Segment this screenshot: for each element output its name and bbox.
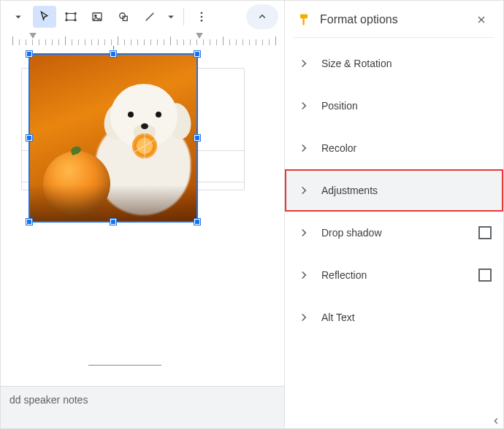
line-tool-dropdown[interactable] xyxy=(164,6,177,28)
resize-handle-sw[interactable] xyxy=(26,219,32,225)
option-label: Drop shadow xyxy=(321,227,468,239)
option-label: Recolor xyxy=(321,142,492,154)
ruler-indent-left[interactable] xyxy=(28,33,37,39)
resize-handle-n[interactable] xyxy=(110,51,116,57)
toolbar-more-dropdown[interactable] xyxy=(7,6,30,28)
selection-frame xyxy=(28,53,198,223)
option-checkbox[interactable] xyxy=(478,226,492,239)
option-label: Adjustments xyxy=(321,185,492,196)
svg-point-2 xyxy=(75,12,76,14)
selected-image[interactable] xyxy=(28,53,198,223)
option-reflection[interactable]: Reflection xyxy=(285,254,503,296)
chevron-right-icon xyxy=(297,310,311,325)
chevron-right-icon xyxy=(297,183,311,198)
option-label: Size & Rotation xyxy=(321,58,492,69)
slide-canvas[interactable] xyxy=(1,46,284,386)
chevron-right-icon xyxy=(297,98,311,113)
svg-point-11 xyxy=(201,20,203,22)
resize-handle-w[interactable] xyxy=(26,135,32,141)
chevron-right-icon xyxy=(297,141,311,155)
app-window: dd speaker notes Format options Size & R… xyxy=(0,0,504,429)
option-drop-shadow[interactable]: Drop shadow xyxy=(285,212,503,254)
left-pane: dd speaker notes xyxy=(1,1,284,428)
collapse-toolbar[interactable] xyxy=(246,4,278,29)
option-label: Position xyxy=(321,100,492,112)
ruler-ticks xyxy=(7,33,278,46)
toolbar-separator xyxy=(183,8,184,26)
svg-rect-0 xyxy=(66,14,75,20)
chevron-right-icon xyxy=(297,268,311,282)
textbox-tool[interactable] xyxy=(59,6,83,28)
image-content xyxy=(30,55,196,221)
option-label: Reflection xyxy=(321,269,468,281)
option-label: Alt Text xyxy=(321,312,492,323)
panel-title: Format options xyxy=(320,13,462,26)
insert-image-tool[interactable] xyxy=(85,6,109,28)
select-tool[interactable] xyxy=(33,6,56,28)
svg-point-4 xyxy=(75,19,76,20)
chevron-right-icon xyxy=(297,56,311,71)
svg-point-10 xyxy=(201,16,203,18)
svg-point-9 xyxy=(201,12,203,14)
orange-slice xyxy=(132,134,157,158)
resize-handle-ne[interactable] xyxy=(194,51,200,57)
chevron-right-icon xyxy=(297,225,311,240)
option-recolor[interactable]: Recolor xyxy=(285,127,503,169)
shape-tool[interactable] xyxy=(112,6,135,28)
svg-point-1 xyxy=(66,12,67,14)
mini-side-expand[interactable] xyxy=(490,415,502,427)
svg-point-6 xyxy=(95,15,96,16)
slide-footer-line xyxy=(88,365,161,366)
resize-handle-se[interactable] xyxy=(194,219,200,225)
line-tool[interactable] xyxy=(138,6,161,28)
toolbar xyxy=(1,1,284,33)
resize-handle-nw[interactable] xyxy=(26,51,32,57)
rotate-connector xyxy=(113,46,114,50)
resize-handle-s[interactable] xyxy=(110,219,116,225)
panel-close-button[interactable] xyxy=(471,9,492,30)
horizontal-ruler[interactable] xyxy=(7,33,278,46)
option-adjustments[interactable]: Adjustments xyxy=(285,169,503,212)
dog-eye-right xyxy=(156,112,161,117)
format-options-panel: Format options Size & RotationPositionRe… xyxy=(284,1,503,428)
dog-eye-left xyxy=(128,112,134,117)
svg-point-7 xyxy=(120,13,126,19)
speaker-notes-area[interactable]: dd speaker notes xyxy=(1,386,284,428)
options-list: Size & RotationPositionRecolorAdjustment… xyxy=(285,38,503,343)
option-checkbox[interactable] xyxy=(478,268,492,282)
ruler-indent-right[interactable] xyxy=(195,33,204,39)
option-alt-text[interactable]: Alt Text xyxy=(285,296,503,339)
option-position[interactable]: Position xyxy=(285,85,503,127)
panel-header: Format options xyxy=(285,1,503,37)
orange-fruit xyxy=(43,151,110,217)
resize-handle-e[interactable] xyxy=(194,135,200,141)
format-options-icon xyxy=(297,12,311,27)
svg-point-3 xyxy=(66,19,67,20)
option-size-rotation[interactable]: Size & Rotation xyxy=(285,42,503,85)
more-tools[interactable] xyxy=(190,6,213,28)
dog-nose xyxy=(141,123,148,129)
speaker-notes-placeholder: dd speaker notes xyxy=(9,394,88,406)
